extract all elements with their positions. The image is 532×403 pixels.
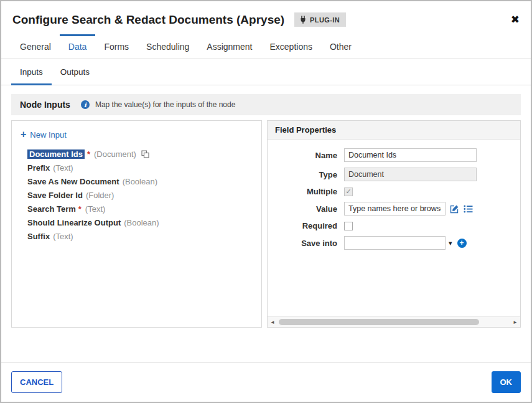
sub-tabs: Inputs Outputs — [1, 59, 531, 85]
subtab-inputs[interactable]: Inputs — [11, 59, 52, 85]
inputs-tree-panel: + New Input Document Ids * (Document) Pr… — [11, 120, 262, 328]
multiple-checkbox: ✓ — [344, 187, 353, 196]
plus-icon: + — [21, 130, 26, 140]
plug-icon — [299, 16, 307, 24]
check-icon: ✓ — [345, 188, 351, 195]
tab-scheduling[interactable]: Scheduling — [138, 34, 198, 59]
name-label: Name — [271, 151, 337, 160]
configure-node-dialog: Configure Search & Redact Documents (Apr… — [0, 0, 532, 403]
multiple-label: Multiple — [271, 187, 337, 196]
tree-item-save-folder-id[interactable]: Save Folder Id (Folder) — [27, 188, 253, 202]
tab-data[interactable]: Data — [60, 34, 96, 59]
required-checkbox[interactable] — [344, 222, 353, 230]
tab-forms[interactable]: Forms — [95, 34, 138, 59]
dialog-header: Configure Search & Redact Documents (Apr… — [1, 1, 531, 32]
node-inputs-bar: Node Inputs i Map the value(s) for the i… — [11, 94, 521, 115]
node-inputs-hint: Map the value(s) for the inputs of the n… — [95, 100, 235, 109]
tree-item-document-ids[interactable]: Document Ids * (Document) — [27, 147, 253, 161]
dialog-title: Configure Search & Redact Documents (Apr… — [12, 13, 284, 27]
type-input — [344, 168, 477, 181]
required-row: Required — [271, 221, 516, 230]
expression-editor-icon[interactable] — [450, 204, 459, 214]
save-into-row: Save into ▾ + — [271, 236, 516, 250]
multiple-row: Multiple ✓ — [271, 187, 516, 196]
field-properties-title: Field Properties — [268, 121, 520, 140]
tab-assignment[interactable]: Assignment — [198, 34, 261, 59]
copy-icon[interactable] — [141, 150, 149, 158]
info-icon: i — [81, 100, 90, 109]
add-save-into-icon[interactable]: + — [457, 239, 467, 248]
dialog-footer: CANCEL OK — [1, 362, 531, 402]
plugin-badge-label: PLUG-IN — [310, 16, 340, 24]
tab-exceptions[interactable]: Exceptions — [261, 34, 321, 59]
tab-other[interactable]: Other — [321, 34, 360, 59]
value-input[interactable] — [344, 202, 446, 216]
value-row: Value — [271, 202, 516, 216]
tree-item-should-linearize-output[interactable]: Should Linearize Output (Boolean) — [27, 216, 253, 229]
name-row: Name — [271, 148, 516, 162]
scroll-left-icon[interactable]: ◄ — [268, 320, 278, 325]
new-input-label: New Input — [30, 130, 67, 140]
scrollbar-track[interactable] — [278, 317, 510, 327]
tree-item-search-term[interactable]: Search Term * (Text) — [27, 202, 253, 216]
type-label: Type — [271, 170, 337, 179]
scrollbar-thumb[interactable] — [279, 319, 479, 325]
horizontal-scrollbar: ◄ ► — [268, 316, 520, 327]
chevron-down-icon[interactable]: ▾ — [449, 239, 452, 247]
ok-button[interactable]: OK — [492, 371, 521, 393]
cancel-button[interactable]: CANCEL — [11, 371, 62, 393]
node-inputs-title: Node Inputs — [20, 100, 70, 110]
field-properties-panel: Field Properties Name Type Multiple ✓ — [267, 120, 521, 328]
subtab-outputs[interactable]: Outputs — [52, 59, 98, 85]
value-label: Value — [271, 204, 337, 214]
browse-list-icon[interactable] — [464, 205, 473, 213]
inputs-tree: Document Ids * (Document) Prefix (Text) … — [27, 147, 253, 243]
field-properties-form: Name Type Multiple ✓ Value — [268, 140, 520, 264]
close-icon[interactable]: ✖ — [511, 13, 520, 26]
type-row: Type — [271, 168, 516, 181]
tree-item-prefix[interactable]: Prefix (Text) — [27, 161, 253, 174]
new-input-button[interactable]: + New Input — [21, 130, 253, 140]
tree-item-save-as-new-document[interactable]: Save As New Document (Boolean) — [27, 174, 253, 188]
tree-item-suffix[interactable]: Suffix (Text) — [27, 229, 253, 243]
main-tabs: General Data Forms Scheduling Assignment… — [1, 34, 531, 59]
name-input[interactable] — [344, 148, 477, 162]
scroll-right-icon[interactable]: ► — [510, 320, 520, 325]
plugin-badge: PLUG-IN — [294, 12, 346, 27]
tab-general[interactable]: General — [11, 34, 60, 59]
save-into-label: Save into — [271, 239, 337, 248]
save-into-input[interactable] — [344, 236, 446, 250]
content-panels: + New Input Document Ids * (Document) Pr… — [11, 120, 521, 328]
required-label: Required — [271, 221, 337, 230]
